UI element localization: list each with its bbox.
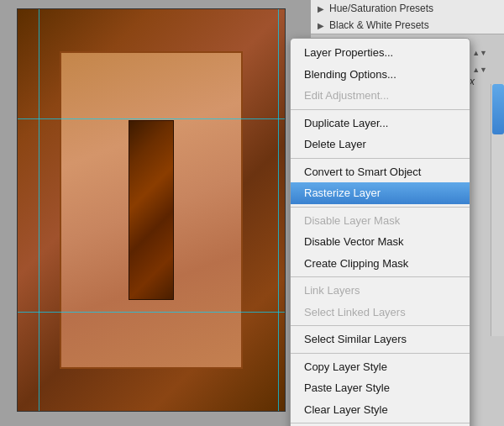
- black-white-presets-label: Black & White Presets: [329, 19, 429, 31]
- menu-item-clear-layer-style[interactable]: Clear Layer Style: [291, 399, 470, 421]
- wood-inner: [60, 51, 243, 369]
- scrollbar-track: [491, 84, 504, 336]
- black-white-presets-item[interactable]: ▶ Black & White Presets: [311, 17, 504, 34]
- canvas-image: [17, 8, 286, 412]
- menu-item-disable-vector-mask[interactable]: Disable Vector Mask: [291, 231, 470, 253]
- canvas-area: [0, 0, 311, 426]
- menu-item-duplicate-layer[interactable]: Duplicate Layer...: [291, 113, 470, 134]
- separator-after-rasterize-layer: [291, 207, 470, 208]
- wood-dark-inner: [129, 120, 174, 300]
- fill-arrow[interactable]: ▲▼: [472, 66, 487, 74]
- guide-vertical-2: [278, 9, 279, 411]
- menu-item-select-linked-layers: Select Linked Layers: [291, 302, 470, 323]
- hue-saturation-presets-label: Hue/Saturation Presets: [329, 3, 433, 14]
- opacity-arrow[interactable]: ▲▼: [472, 49, 487, 57]
- menu-item-paste-layer-style[interactable]: Paste Layer Style: [291, 377, 470, 399]
- menu-item-select-similar-layers[interactable]: Select Similar Layers: [291, 329, 470, 350]
- menu-item-layer-properties[interactable]: Layer Properties...: [291, 42, 470, 64]
- menu-item-create-clipping-mask[interactable]: Create Clipping Mask: [291, 253, 470, 275]
- menu-item-edit-adjustment: Edit Adjustment...: [291, 85, 470, 107]
- guide-horizontal-1: [18, 118, 285, 119]
- hue-saturation-presets-item[interactable]: ▶ Hue/Saturation Presets: [311, 0, 504, 17]
- scrollbar-thumb[interactable]: [492, 84, 504, 134]
- preset-list: ▶ Hue/Saturation Presets ▶ Black & White…: [311, 0, 504, 34]
- arrow-icon-2: ▶: [318, 21, 324, 30]
- menu-item-blending-options[interactable]: Blending Options...: [291, 64, 470, 86]
- separator-after-delete-layer: [291, 158, 470, 159]
- menu-item-disable-layer-mask: Disable Layer Mask: [291, 210, 470, 232]
- context-menu: Layer Properties...Blending Options...Ed…: [290, 38, 470, 426]
- scrollbar[interactable]: [491, 67, 504, 319]
- menu-item-copy-layer-style[interactable]: Copy Layer Style: [291, 356, 470, 378]
- arrow-icon: ▶: [318, 4, 324, 13]
- menu-item-rasterize-layer[interactable]: Rasterize Layer: [291, 182, 470, 204]
- guide-horizontal-2: [18, 312, 285, 313]
- separator-after-select-similar-layers: [291, 353, 470, 354]
- separator-after-select-linked-layers: [291, 325, 470, 326]
- separator-after-clear-layer-style: [291, 423, 470, 423]
- menu-item-delete-layer[interactable]: Delete Layer: [291, 134, 470, 155]
- menu-item-link-layers: Link Layers: [291, 280, 470, 302]
- separator-after-create-clipping-mask: [291, 276, 470, 277]
- menu-item-convert-smart-object[interactable]: Convert to Smart Object: [291, 161, 470, 183]
- guide-vertical-1: [39, 9, 39, 411]
- separator-after-edit-adjustment: [291, 109, 470, 110]
